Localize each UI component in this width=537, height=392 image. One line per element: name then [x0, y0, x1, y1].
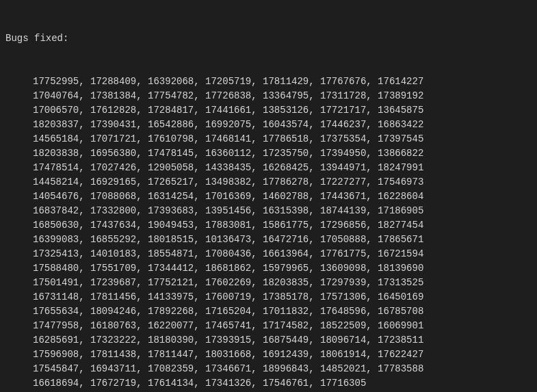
bugs-row: 17325413, 14010183, 18554871, 17080436, … [5, 247, 532, 261]
bugs-row: 17588480, 17551709, 17344412, 18681862, … [5, 261, 532, 276]
terminal-output: Bugs fixed: 17752995, 17288409, 16392068… [5, 3, 532, 392]
bugs-row: 17006570, 17612828, 17284817, 17441661, … [5, 103, 532, 118]
bugs-row: 18203838, 16956380, 17478145, 16360112, … [5, 146, 532, 161]
bugs-row: 17655634, 18094246, 17892268, 17165204, … [5, 304, 532, 319]
bugs-row: 14565184, 17071721, 17610798, 17468141, … [5, 132, 532, 146]
bugs-row: 17501491, 17239687, 17752121, 17602269, … [5, 276, 532, 290]
bugs-row: 17596908, 17811438, 17811447, 18031668, … [5, 348, 532, 362]
bugs-row: 16837842, 17332800, 17393683, 13951456, … [5, 204, 532, 218]
bugs-row: 17545847, 16943711, 17082359, 17346671, … [5, 362, 532, 376]
bugs-row: 14458214, 16929165, 17265217, 13498382, … [5, 175, 532, 190]
bugs-row: 16850630, 17437634, 19049453, 17883081, … [5, 218, 532, 233]
bugs-row: 16285691, 17323222, 18180390, 17393915, … [5, 333, 532, 348]
bugs-row: 16731148, 17811456, 14133975, 17600719, … [5, 290, 532, 304]
bugs-row: 17752995, 17288409, 16392068, 17205719, … [5, 75, 532, 89]
bugs-row: 17477958, 16180763, 16220077, 17465741, … [5, 319, 532, 333]
bugs-row: 16618694, 17672719, 17614134, 17341326, … [5, 376, 532, 391]
bugs-row: 14054676, 17088068, 16314254, 17016369, … [5, 190, 532, 204]
bugs-row: 18203837, 17390431, 16542886, 16992075, … [5, 118, 532, 132]
bugs-row: 16399083, 16855292, 18018515, 10136473, … [5, 233, 532, 247]
bugs-row: 17478514, 17027426, 12905058, 14338435, … [5, 161, 532, 175]
bugs-row: 17040764, 17381384, 17754782, 17726838, … [5, 89, 532, 103]
bugs-header: Bugs fixed: [5, 31, 532, 46]
bugs-list: 17752995, 17288409, 16392068, 17205719, … [5, 75, 532, 391]
